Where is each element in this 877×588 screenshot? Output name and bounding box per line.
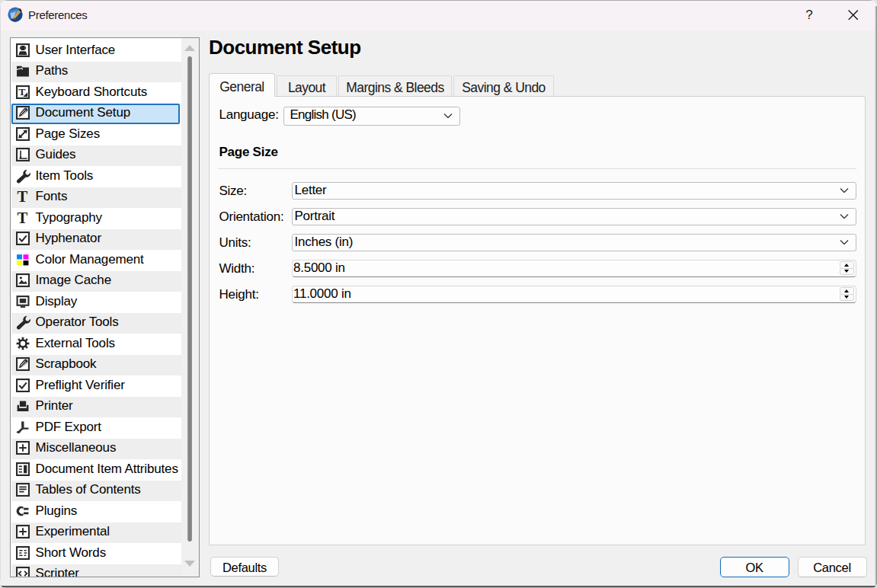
svg-text:T: T [18, 209, 28, 226]
svg-text:T: T [18, 188, 28, 205]
